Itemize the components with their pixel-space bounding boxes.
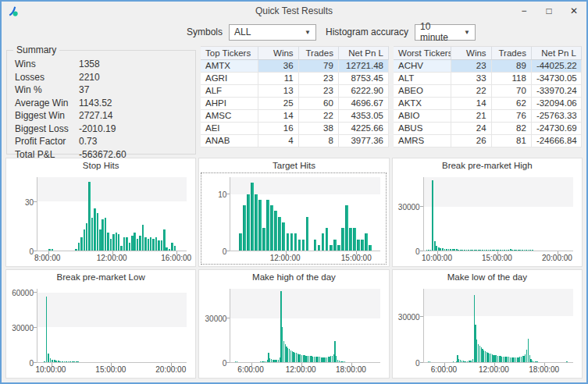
minimize-button[interactable]: − — [511, 2, 536, 20]
close-button[interactable]: ✕ — [561, 2, 586, 20]
column-header[interactable]: Wins — [451, 47, 491, 60]
histogram-bar — [506, 250, 508, 251]
table-header-row: Worst TickersWinsTradesNet Pn L — [394, 47, 582, 60]
histogram-bar — [365, 233, 368, 251]
y-tick-label: 0 — [223, 359, 227, 368]
histogram-bar — [262, 228, 265, 251]
table-row[interactable]: AHPI25604696.67 — [201, 98, 389, 110]
value-cell: 81 — [492, 135, 532, 148]
histogram-bar — [440, 248, 441, 251]
chart-panel-break-premarket-high[interactable]: Break pre-market High 03000010:00:0015:0… — [392, 158, 583, 267]
table-row[interactable]: AMSC14224353.05 — [201, 110, 389, 123]
symbols-select[interactable]: ALL ▼ — [229, 24, 316, 41]
y-axis: 030000 — [395, 289, 423, 363]
table-row[interactable]: ANAB483977.36 — [201, 135, 389, 148]
chart-panel-break-premarket-low[interactable]: Break pre-market Low 0300006000010:00:00… — [5, 269, 196, 379]
chart-title: Make low of the day — [393, 270, 582, 283]
histogram-bar — [68, 361, 69, 362]
y-tick-label: 10 — [218, 190, 226, 198]
table-row[interactable]: ALF13236222.90 — [201, 85, 389, 98]
histogram-bar — [59, 361, 61, 362]
x-tick-label: 12:00:00 — [479, 365, 509, 374]
table-row[interactable]: ACHV2389-44025.22 — [394, 60, 582, 73]
table-row[interactable]: ABUS2482-24730.69 — [394, 123, 582, 135]
stat-label: Win % — [15, 84, 79, 95]
chart-panel-target-hits[interactable]: Target Hits 01012:00:0015:00:00 — [198, 158, 389, 267]
histogram-bar — [139, 236, 141, 251]
histogram-bar — [484, 250, 486, 251]
table-row[interactable]: ABEO2270-33970.24 — [394, 85, 582, 98]
stat-label: Profit Factor — [15, 136, 79, 147]
plot-canvas — [423, 289, 573, 363]
value-cell: 21 — [451, 110, 491, 123]
value-cell: 14 — [451, 98, 491, 110]
grid-band — [424, 289, 573, 316]
y-tick-label: 30000 — [12, 323, 34, 332]
histogram-bar — [152, 239, 154, 251]
plot-canvas — [230, 289, 380, 363]
histogram-bar — [278, 217, 281, 251]
table-row[interactable]: AMRS2681-24666.84 — [394, 135, 582, 148]
histogram-bar — [529, 250, 531, 251]
x-tick-label: 10:00:00 — [35, 365, 66, 374]
value-cell: 25 — [258, 98, 298, 110]
value-cell: 3977.36 — [339, 135, 389, 148]
x-tick-label: 18:00:00 — [336, 365, 366, 374]
histogram-bar — [282, 222, 285, 251]
histogram-bar — [486, 250, 487, 251]
y-axis: 030000 — [201, 289, 230, 363]
toolbar: Symbols ALL ▼ Histogram accuracy 10 minu… — [2, 20, 586, 44]
value-cell: 76 — [492, 110, 532, 123]
table-row[interactable]: AKTX1462-32094.06 — [394, 98, 582, 110]
column-header[interactable]: Wins — [258, 47, 298, 60]
value-cell: 23 — [299, 73, 339, 85]
x-tick-label: 15:00:00 — [482, 254, 512, 262]
table-row[interactable]: ALT33118-34730.05 — [394, 73, 582, 85]
chart-panel-make-low[interactable]: Make low of the day 0300006:00:0012:00:0… — [392, 269, 583, 379]
chart-panel-make-high[interactable]: Make high of the day 0300006:00:0012:00:… — [198, 269, 389, 379]
histogram-bar — [44, 361, 45, 362]
histogram-bar — [458, 250, 459, 251]
accuracy-select[interactable]: 10 minute ▼ — [415, 24, 476, 41]
top-section: Summary Wins1358 Losses2210 Win %37 Aver… — [2, 44, 586, 155]
histogram-bar — [519, 250, 521, 251]
table-row[interactable]: AMTX367912721.48 — [201, 60, 389, 73]
stat-label: Biggest Loss — [15, 123, 79, 134]
histogram-bar — [99, 229, 101, 251]
value-cell: 12721.48 — [339, 60, 389, 73]
x-tick-label: 12:00:00 — [97, 254, 127, 262]
histogram-bar — [566, 361, 567, 362]
histogram-bar — [158, 240, 159, 251]
charts-grid: Stop Hits 0308:00:0012:00:0016:00:00 Tar… — [2, 155, 586, 382]
x-tick-label: 15:00:00 — [341, 254, 372, 262]
column-header[interactable]: Worst Tickers — [394, 47, 451, 60]
titlebar[interactable]: Quick Test Results − □ ✕ — [2, 2, 586, 20]
histogram-bar — [78, 243, 80, 251]
histogram-bar — [131, 236, 133, 251]
summary-title: Summary — [13, 44, 59, 55]
value-cell: 62 — [492, 98, 532, 110]
maximize-button[interactable]: □ — [536, 2, 561, 20]
histogram-bar — [438, 247, 440, 251]
column-header[interactable]: Net Pn L — [532, 47, 582, 60]
table-row[interactable]: ABIO2176-25763.33 — [394, 110, 582, 123]
column-header[interactable]: Top Tickers — [201, 47, 258, 60]
column-header[interactable]: Trades — [299, 47, 339, 60]
stat-label: Total P&L — [15, 149, 79, 160]
histogram-bar — [107, 233, 109, 251]
table-row[interactable]: AGRI11238753.45 — [201, 73, 389, 85]
value-cell: -24666.84 — [532, 135, 582, 148]
value-cell: 4696.67 — [339, 98, 389, 110]
table-row[interactable]: AEI16384225.66 — [201, 123, 389, 135]
chart-panel-stop-hits[interactable]: Stop Hits 0308:00:0012:00:0016:00:00 — [5, 158, 196, 267]
plot-canvas — [37, 289, 187, 363]
y-tick-label: 0 — [223, 247, 227, 256]
value-cell: 79 — [299, 60, 339, 73]
table-header-row: Top TickersWinsTradesNet Pn L — [201, 47, 389, 60]
histogram-bar — [369, 245, 372, 251]
column-header[interactable]: Trades — [492, 47, 532, 60]
histogram-bar — [150, 237, 151, 251]
histogram-bar — [112, 234, 114, 251]
column-header[interactable]: Net Pn L — [339, 47, 389, 60]
histogram-bar — [446, 249, 447, 251]
